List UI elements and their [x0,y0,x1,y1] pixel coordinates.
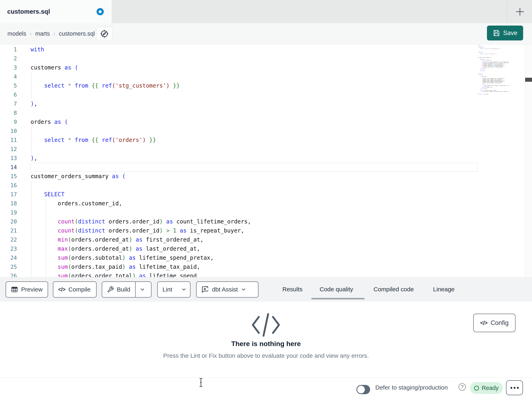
breadcrumb-bar: models › marts › customers.sql S [0,23,532,44]
status-circle-icon [474,386,479,391]
minimap[interactable]: with customers as ( select * from {{ ref… [478,45,508,99]
i-beam-cursor [199,378,203,388]
chevron-down-icon [139,287,145,292]
code-editor[interactable]: 1234567891011121314151617181920212223242… [0,44,532,277]
compile-button-label: Compile [68,286,90,293]
lineage-compass-button[interactable] [96,26,113,41]
config-button-label: Config [491,319,509,326]
new-tab-button[interactable] [514,6,526,18]
lint-button-label: Lint [163,286,172,293]
preview-button[interactable]: Preview [6,281,48,298]
code-icon [249,312,283,339]
preview-button-label: Preview [21,286,43,293]
ellipsis-icon [517,387,519,389]
scrollbar-thumb[interactable] [525,78,532,82]
status-bar: Defer to staging/production ? Ready [0,378,532,397]
tab-title: customers.sql [7,0,50,23]
defer-label: Defer to staging/production [375,378,448,397]
action-toolbar: Preview </> Compile Build [0,277,532,302]
tab-customers-sql[interactable]: customers.sql [0,0,112,23]
plus-icon [515,7,525,16]
ready-status-badge[interactable]: Ready [470,382,503,394]
empty-state-subtitle: Press the Lint or Fix button above to ev… [0,352,532,359]
unsaved-changes-dot [96,8,104,15]
chevron-down-icon [181,287,187,292]
dbt-ide-window: customers.sql models › marts › customers… [0,0,532,398]
lint-button-main[interactable]: Lint [158,282,177,297]
dbt-assist-label: dbt Assist [212,286,238,293]
code-brackets-icon: </> [480,320,487,326]
defer-toggle[interactable] [356,385,370,394]
dbt-assist-button[interactable]: dbt Assist [196,281,259,298]
tab-code-quality[interactable]: Code quality [320,277,353,301]
breadcrumb-item-file: customers.sql [59,30,95,37]
lint-dropdown-button[interactable] [177,282,191,297]
wrench-icon [107,286,114,293]
config-button[interactable]: </> Config [473,314,515,332]
save-icon [493,29,500,37]
tab-bar-divider [507,1,507,22]
compass-icon [100,29,109,38]
compile-button[interactable]: </> Compile [53,281,96,298]
build-button-main[interactable]: Build [102,282,135,297]
build-button[interactable]: Build [102,281,152,298]
build-button-label: Build [117,286,130,293]
chevron-down-icon [241,287,246,292]
ready-status-label: Ready [482,385,499,391]
editor-scrollbar[interactable] [525,45,532,277]
breadcrumb-item-marts[interactable]: marts [35,30,50,37]
empty-state-title: There is nothing here [0,340,532,348]
help-icon[interactable]: ? [459,383,466,391]
active-tab-underline [311,298,364,299]
tab-lineage[interactable]: Lineage [433,277,455,301]
tab-compiled-code[interactable]: Compiled code [374,277,414,301]
chevron-right-icon: › [53,31,55,37]
table-icon [11,286,18,293]
more-options-button[interactable] [506,380,523,395]
code-quality-panel: There is nothing here Press the Lint or … [0,302,532,378]
save-button[interactable]: Save [487,26,523,40]
code-content[interactable]: with customers as ( select * from {{ ref… [0,45,515,277]
editor-tab-bar: customers.sql [0,0,532,23]
build-dropdown-button[interactable] [136,282,149,297]
breadcrumb-item-models[interactable]: models [7,30,26,37]
ellipsis-icon [514,387,515,389]
assist-sparkle-chat-icon [201,286,209,293]
save-button-label: Save [503,29,518,37]
code-brackets-icon: </> [58,287,65,293]
tab-results[interactable]: Results [282,277,303,301]
ellipsis-icon [511,387,512,389]
lint-button[interactable]: Lint [157,281,190,298]
breadcrumb: models › marts › customers.sql [7,23,95,44]
toggle-knob [357,386,365,393]
chevron-right-icon: › [30,31,32,37]
